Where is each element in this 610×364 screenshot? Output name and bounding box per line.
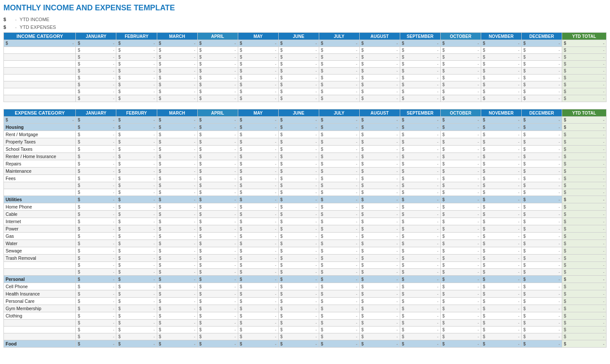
expense-category-header: EXPENSE CATEGORY — [4, 109, 76, 117]
table-row: $ -$ -$ -$ -$ -$ -$ -$ -$ -$ -$ -$ -$ - — [4, 61, 607, 68]
table-row: Health Insurance$ -$ -$ -$ -$ -$ -$ -$ -… — [4, 290, 607, 298]
table-row: $ -$ -$ -$ -$ -$ -$ -$ -$ -$ -$ -$ -$ - — [4, 68, 607, 75]
th-january: JANUARY — [76, 33, 116, 40]
table-row: Personal Care$ -$ -$ -$ -$ -$ -$ -$ -$ -… — [4, 298, 607, 305]
table-row: $ -$ -$ -$ -$ -$ -$ -$ -$ -$ -$ -$ -$ - — [4, 95, 607, 102]
table-row: Repairs$ -$ -$ -$ -$ -$ -$ -$ -$ -$ -$ -… — [4, 160, 607, 168]
table-row: $ -$ -$ -$ -$ -$ -$ -$ -$ -$ -$ -$ -$ - — [4, 75, 607, 81]
income-subtotal-aug: $- — [359, 40, 400, 47]
table-row: Rent / Mortgage$ -$ -$ -$ -$ -$ -$ -$ -$… — [4, 131, 607, 138]
section-header-row: Food$ -$ -$ -$ -$ -$ -$ -$ -$ -$ -$ -$ -… — [4, 340, 607, 348]
expense-section: EXPENSE CATEGORY JANUARY FEBRURY MARCH A… — [3, 109, 607, 348]
income-subtotal-dec: $- — [521, 40, 562, 47]
table-row: Power$ -$ -$ -$ -$ -$ -$ -$ -$ -$ -$ -$ … — [4, 225, 607, 233]
th-october: October — [440, 33, 481, 40]
th-february: FEBRUARY — [116, 33, 157, 40]
exp-th-november: NOVEMBER — [481, 109, 521, 117]
ytd-expenses-summary: $ - YTD EXPENSES — [3, 25, 607, 30]
income-subtotal-apr: $- — [197, 40, 238, 47]
exp-th-september: SEPTEMBER — [400, 109, 440, 117]
table-row: $ -$ -$ -$ -$ -$ -$ -$ -$ -$ -$ -$ -$ - — [4, 327, 607, 333]
th-november: NOVEMBER — [481, 33, 521, 40]
table-row: Renter / Home Insurance$ -$ -$ -$ -$ -$ … — [4, 153, 607, 160]
table-row: Cell Phone$ -$ -$ -$ -$ -$ -$ -$ -$ -$ -… — [4, 283, 607, 290]
ytd-income-summary: $ - YTD INCOME — [3, 17, 607, 22]
table-row: $ -$ -$ -$ -$ -$ -$ -$ -$ -$ -$ -$ -$ - — [4, 81, 607, 88]
table-row: $ -$ -$ -$ -$ -$ -$ -$ -$ -$ -$ -$ -$ - — [4, 269, 607, 276]
income-subtotal-sep: $- — [400, 40, 440, 47]
exp-th-june: JUNE — [278, 109, 319, 117]
table-row: Maintenance$ -$ -$ -$ -$ -$ -$ -$ -$ -$ … — [4, 168, 607, 175]
income-subtotal-feb: $- — [116, 40, 157, 47]
table-row: Water$ -$ -$ -$ -$ -$ -$ -$ -$ -$ -$ -$ … — [4, 240, 607, 247]
table-row: $ -$ -$ -$ -$ -$ -$ -$ -$ -$ -$ -$ -$ - — [4, 333, 607, 340]
table-row: School Taxes$ -$ -$ -$ -$ -$ -$ -$ -$ -$… — [4, 146, 607, 153]
income-subtotal-row: $ - $- $- $- $- $- $- $- $- $- $- $- $- … — [4, 40, 607, 47]
section-header-row: Housing$ -$ -$ -$ -$ -$ -$ -$ -$ -$ -$ -… — [4, 124, 607, 131]
exp-th-february: FEBRURY — [116, 109, 157, 117]
exp-th-august: AUGUST — [359, 109, 400, 117]
income-subtotal-oct: $- — [440, 40, 481, 47]
table-row: $ -$ -$ -$ -$ -$ -$ -$ -$ -$ -$ -$ -$ - — [4, 189, 607, 196]
table-row: $ -$ -$ -$ -$ -$ -$ -$ -$ -$ -$ -$ -$ - — [4, 262, 607, 269]
table-row: Cable$ -$ -$ -$ -$ -$ -$ -$ -$ -$ -$ -$ … — [4, 211, 607, 218]
th-december: DECEMBER — [521, 33, 562, 40]
income-subtotal-ytd: $- — [562, 40, 606, 47]
table-row: Gym Membership$ -$ -$ -$ -$ -$ -$ -$ -$ … — [4, 305, 607, 312]
exp-th-october: OctobeR — [440, 109, 481, 117]
table-row: $ -$ -$ -$ -$ -$ -$ -$ -$ -$ -$ -$ -$ - — [4, 54, 607, 61]
exp-th-may: MAY — [238, 109, 278, 117]
section-header-row: Personal$ -$ -$ -$ -$ -$ -$ -$ -$ -$ -$ … — [4, 276, 607, 283]
income-subtotal-jan: $- — [76, 40, 116, 47]
table-row: $ -$ -$ -$ -$ -$ -$ -$ -$ -$ -$ -$ -$ - — [4, 88, 607, 95]
section-header-row: Utilities$ -$ -$ -$ -$ -$ -$ -$ -$ -$ -$… — [4, 196, 607, 203]
income-subtotal-jun: $- — [278, 40, 319, 47]
th-april: APrIL — [197, 33, 238, 40]
expense-table: EXPENSE CATEGORY JANUARY FEBRURY MARCH A… — [3, 109, 607, 348]
table-row: Home Phone$ -$ -$ -$ -$ -$ -$ -$ -$ -$ -… — [4, 203, 607, 211]
th-march: MARCH — [157, 33, 197, 40]
th-september: SEPTEMBER — [400, 33, 440, 40]
income-subtotal-nov: $- — [481, 40, 521, 47]
exp-th-july: JULY — [319, 109, 359, 117]
th-july: JULY — [319, 33, 359, 40]
expense-subtotal-row: $- $- $- $- $- $- $- $- $- $- $- $- $- $… — [4, 117, 607, 124]
exp-th-april: APrIL — [197, 109, 238, 117]
income-category-header: INCOME CATEGORY — [4, 33, 76, 40]
table-row: $ -$ -$ -$ -$ -$ -$ -$ -$ -$ -$ -$ -$ - — [4, 182, 607, 189]
exp-th-january: JANUARY — [76, 109, 116, 117]
exp-th-march: MARCH — [157, 109, 197, 117]
exp-subtotal-cat: $- — [4, 117, 76, 124]
table-row: Gas$ -$ -$ -$ -$ -$ -$ -$ -$ -$ -$ -$ -$… — [4, 233, 607, 240]
income-subtotal-jul: $- — [319, 40, 359, 47]
table-row: Internet$ -$ -$ -$ -$ -$ -$ -$ -$ -$ -$ … — [4, 218, 607, 225]
th-august: AUGUST — [359, 33, 400, 40]
table-row: Clothing$ -$ -$ -$ -$ -$ -$ -$ -$ -$ -$ … — [4, 312, 607, 320]
income-subtotal-category: $ - — [4, 40, 76, 47]
income-subtotal-mar: $- — [157, 40, 197, 47]
th-ytd-total: YTD TOTAL — [562, 33, 606, 40]
th-june: JUNE — [278, 33, 319, 40]
exp-th-ytd-total: YTD TOTAL — [562, 109, 606, 117]
exp-th-december: DECEMBER — [521, 109, 562, 117]
income-table: INCOME CATEGORY JANUARY FEBRUARY MARCH A… — [3, 32, 607, 102]
table-row: $ -$ -$ -$ -$ -$ -$ -$ -$ -$ -$ -$ -$ - — [4, 320, 607, 327]
table-row: Property Taxes$ -$ -$ -$ -$ -$ -$ -$ -$ … — [4, 138, 607, 146]
income-section: INCOME CATEGORY JANUARY FEBRUARY MARCH A… — [3, 32, 607, 102]
table-row: Trash Removal$ -$ -$ -$ -$ -$ -$ -$ -$ -… — [4, 255, 607, 262]
page-title: MONTHLY INCOME AND EXPENSE TEMPLATE — [3, 3, 607, 12]
table-row: Sewage$ -$ -$ -$ -$ -$ -$ -$ -$ -$ -$ -$… — [4, 247, 607, 255]
income-subtotal-may: $- — [238, 40, 278, 47]
table-row: Fees$ -$ -$ -$ -$ -$ -$ -$ -$ -$ -$ -$ -… — [4, 175, 607, 182]
table-row: $ -$ -$ -$ -$ -$ -$ -$ -$ -$ -$ -$ -$ - — [4, 47, 607, 54]
th-may: MAY — [238, 33, 278, 40]
